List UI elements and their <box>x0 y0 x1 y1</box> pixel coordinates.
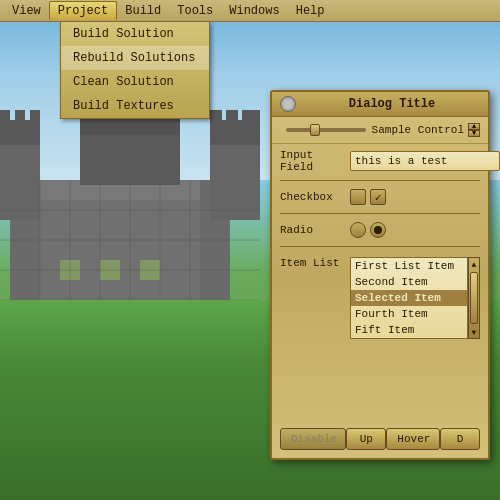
scroll-arrow-up[interactable]: ▲ <box>469 258 479 270</box>
list-item-0[interactable]: First List Item <box>351 258 467 274</box>
svg-rect-9 <box>0 140 40 220</box>
input-field-label: Input Field <box>280 149 350 173</box>
hover-button[interactable]: Hover <box>386 428 440 450</box>
svg-rect-18 <box>242 110 260 125</box>
list-item-3[interactable]: Fourth Item <box>351 306 467 322</box>
list-item-1[interactable]: Second Item <box>351 274 467 290</box>
radio-row: Radio <box>272 216 488 244</box>
checkbox-group <box>350 189 386 205</box>
svg-rect-13 <box>0 110 10 125</box>
scroll-arrow-down[interactable]: ▼ <box>469 326 479 338</box>
dialog-panel: Dialog Title Sample Control ▲ ▼ Input Fi… <box>270 90 490 460</box>
radio-group <box>350 222 386 238</box>
divider-3 <box>280 246 480 247</box>
menu-project[interactable]: Project <box>49 1 117 20</box>
sample-control-row: Sample Control ▲ ▼ <box>272 117 488 144</box>
sample-slider-thumb[interactable] <box>310 124 320 136</box>
svg-rect-15 <box>30 110 40 125</box>
dialog-icon <box>280 96 296 112</box>
divider-2 <box>280 213 480 214</box>
sample-arrow-down[interactable]: ▼ <box>468 130 480 137</box>
svg-rect-14 <box>15 110 25 125</box>
menu-build-textures[interactable]: Build Textures <box>61 94 209 118</box>
menu-build-solution[interactable]: Build Solution <box>61 22 209 46</box>
d-button[interactable]: D <box>440 428 480 450</box>
sample-control-label: Sample Control <box>372 124 464 136</box>
menu-build[interactable]: Build <box>117 2 169 20</box>
menu-clean-solution[interactable]: Clean Solution <box>61 70 209 94</box>
item-list[interactable]: First List Item Second Item Selected Ite… <box>350 257 468 339</box>
radio-1[interactable] <box>350 222 366 238</box>
list-item-4[interactable]: Fift Item <box>351 322 467 338</box>
item-list-label: Item List <box>280 257 350 269</box>
disable-button[interactable]: Disable <box>280 428 346 450</box>
input-field-row: Input Field <box>272 144 488 178</box>
list-scrollbar[interactable]: ▲ ▼ <box>468 257 480 339</box>
menu-rebuild-solutions[interactable]: Rebuild Solutions <box>61 46 209 70</box>
menu-tools[interactable]: Tools <box>169 2 221 20</box>
dialog-titlebar: Dialog Title <box>272 92 488 117</box>
menu-help[interactable]: Help <box>288 2 333 20</box>
radio-2[interactable] <box>370 222 386 238</box>
checkbox-row: Checkbox <box>272 183 488 211</box>
dialog-title: Dialog Title <box>304 97 480 111</box>
project-dropdown: Build Solution Rebuild Solutions Clean S… <box>60 22 210 119</box>
dialog-buttons: Disable Up Hover D <box>272 428 488 450</box>
menu-windows[interactable]: Windows <box>221 2 287 20</box>
svg-rect-19 <box>80 130 180 185</box>
item-list-row: Item List First List Item Second Item Se… <box>272 249 488 344</box>
checkbox-label: Checkbox <box>280 191 350 203</box>
menubar: View Project Build Tools Windows Help <box>0 0 500 22</box>
svg-rect-10 <box>210 140 260 220</box>
svg-rect-17 <box>226 110 238 125</box>
sample-arrows: ▲ ▼ <box>468 123 480 137</box>
checkbox-1[interactable] <box>350 189 366 205</box>
scroll-thumb[interactable] <box>470 272 478 324</box>
up-button[interactable]: Up <box>346 428 386 450</box>
input-field[interactable] <box>350 151 500 171</box>
checkbox-2[interactable] <box>370 189 386 205</box>
menu-view[interactable]: View <box>4 2 49 20</box>
svg-rect-16 <box>210 110 222 125</box>
divider-1 <box>280 180 480 181</box>
item-list-container: First List Item Second Item Selected Ite… <box>350 257 480 339</box>
radio-label: Radio <box>280 224 350 236</box>
sample-slider-track[interactable] <box>286 128 366 132</box>
list-item-2[interactable]: Selected Item <box>351 290 467 306</box>
